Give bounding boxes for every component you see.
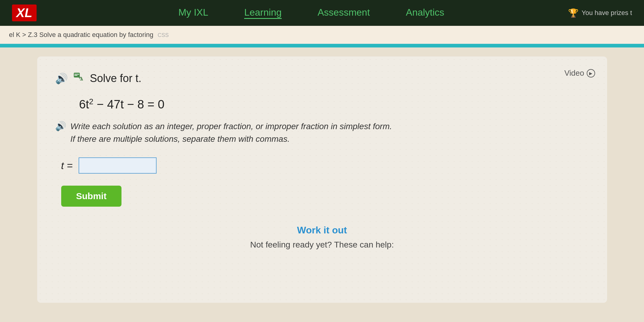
question-card: Video ▶ 🔊 A Solve for t. 6t2 − 47t − 8 =… bbox=[37, 56, 607, 303]
video-link[interactable]: Video ▶ bbox=[564, 68, 595, 78]
prizes-text: You have prizes t bbox=[582, 9, 632, 17]
equation-block: 6t2 − 47t − 8 = 0 bbox=[79, 97, 589, 111]
submit-button[interactable]: Submit bbox=[61, 186, 122, 207]
breadcrumb-page: Z.3 Solve a quadratic equation by factor… bbox=[28, 31, 153, 38]
play-icon: ▶ bbox=[587, 69, 595, 77]
nav-learning[interactable]: Learning bbox=[244, 7, 282, 19]
logo[interactable]: XL bbox=[12, 5, 37, 21]
translate-icon[interactable]: A bbox=[73, 71, 85, 85]
answer-input[interactable] bbox=[79, 157, 157, 174]
navbar: XL My IXL Learning Assessment Analytics … bbox=[0, 0, 644, 26]
nav-assessment[interactable]: Assessment bbox=[318, 7, 370, 19]
breadcrumb-separator: > bbox=[22, 31, 28, 38]
question-title: Solve for t. bbox=[90, 72, 142, 85]
prizes-area: 🏆 You have prizes t bbox=[568, 8, 632, 18]
work-it-out-section: Work it out Not feeling ready yet? These… bbox=[55, 225, 589, 250]
breadcrumb-badge: CSS bbox=[157, 32, 169, 38]
teal-accent-bar bbox=[0, 44, 644, 47]
sound-icon[interactable]: 🔊 bbox=[55, 72, 68, 84]
question-header: 🔊 A Solve for t. bbox=[55, 71, 589, 85]
breadcrumb-bar: el K > Z.3 Solve a quadratic equation by… bbox=[0, 26, 644, 44]
instructions-line2: If there are multiple solutions, separat… bbox=[70, 133, 392, 145]
breadcrumb: el K > Z.3 Solve a quadratic equation by… bbox=[9, 31, 169, 39]
navbar-links: My IXL Learning Assessment Analytics bbox=[55, 7, 568, 19]
video-label: Video bbox=[564, 68, 584, 78]
svg-rect-2 bbox=[74, 75, 77, 76]
equation-text: 6t2 − 47t − 8 = 0 bbox=[79, 98, 165, 111]
answer-row: t = bbox=[61, 157, 589, 174]
main-content: Video ▶ 🔊 A Solve for t. 6t2 − 47t − 8 =… bbox=[0, 47, 644, 322]
svg-rect-1 bbox=[74, 74, 79, 74]
instructions-text: Write each solution as an integer, prope… bbox=[70, 120, 392, 145]
instructions-sound-icon[interactable]: 🔊 bbox=[55, 121, 66, 131]
answer-label: t = bbox=[61, 160, 73, 172]
breadcrumb-prefix: el K bbox=[9, 31, 20, 38]
instructions: 🔊 Write each solution as an integer, pro… bbox=[55, 120, 589, 145]
nav-myixl[interactable]: My IXL bbox=[178, 7, 208, 19]
work-it-out-title: Work it out bbox=[55, 225, 589, 236]
svg-text:A: A bbox=[79, 77, 81, 81]
trophy-icon: 🏆 bbox=[568, 8, 579, 18]
instructions-line1: Write each solution as an integer, prope… bbox=[70, 120, 392, 133]
work-it-out-subtitle: Not feeling ready yet? These can help: bbox=[55, 240, 589, 250]
nav-analytics[interactable]: Analytics bbox=[406, 7, 444, 19]
